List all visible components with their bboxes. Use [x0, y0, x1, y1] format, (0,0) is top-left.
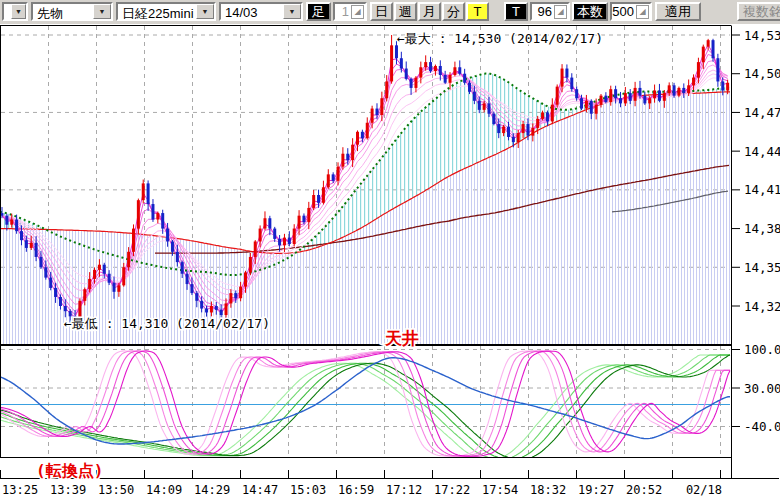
dropdown-arrow-icon[interactable]: ▼ [196, 4, 214, 19]
spinner-icon[interactable]: ◢ [351, 5, 364, 19]
svg-text:16:59: 16:59 [338, 483, 374, 497]
svg-text:←最低 : 14,310 (2014/02/17): ←最低 : 14,310 (2014/02/17) [64, 316, 270, 331]
svg-text:13:39: 13:39 [50, 483, 86, 497]
period-minute-button[interactable]: 分 [442, 2, 465, 21]
dropdown-arrow-icon[interactable]: ▼ [11, 4, 26, 19]
svg-text:14:29: 14:29 [194, 483, 230, 497]
symbol-combobox-value: 日経225mini [118, 4, 196, 19]
svg-text:14,500: 14,500 [744, 66, 780, 81]
preset-combobox-value [4, 4, 11, 19]
svg-text:18:32: 18:32 [530, 483, 566, 497]
svg-text:13:25: 13:25 [2, 483, 38, 497]
svg-text:←最大 : 14,530 (2014/02/17): ←最大 : 14,530 (2014/02/17) [397, 31, 603, 46]
svg-text:14,350: 14,350 [744, 260, 780, 275]
svg-text:14,440: 14,440 [744, 144, 780, 159]
bar-count-value: 500 [612, 4, 636, 19]
svg-text:17:22: 17:22 [434, 483, 470, 497]
period-day-button[interactable]: 日 [370, 2, 393, 21]
svg-text:14,470: 14,470 [744, 105, 780, 120]
svg-text:15:03: 15:03 [290, 483, 326, 497]
svg-text:(転換点): (転換点) [36, 461, 103, 480]
svg-text:20:52: 20:52 [626, 483, 662, 497]
svg-text:14:47: 14:47 [242, 483, 278, 497]
spinner-icon[interactable]: ◢ [554, 5, 567, 19]
contract-month-combobox[interactable]: 14/03 ▼ [219, 2, 303, 21]
tick-size-value: 96 [532, 4, 554, 19]
svg-text:17:54: 17:54 [482, 483, 518, 497]
main-pane [0, 35, 730, 345]
svg-text:14:09: 14:09 [146, 483, 182, 497]
svg-text:-40.00: -40.00 [744, 419, 780, 434]
contract-month-combobox-value: 14/03 [221, 4, 283, 19]
market-combobox[interactable]: 先物 ▼ [31, 2, 113, 21]
trading-chart-window: ▼ 先物 ▼ 日経225mini ▼ 14/03 ▼ 足 1 ◢ 日 週 月 分… [0, 0, 780, 500]
svg-text:13:50: 13:50 [98, 483, 134, 497]
svg-text:19:27: 19:27 [578, 483, 614, 497]
dropdown-arrow-icon[interactable]: ▼ [283, 4, 301, 19]
tick-size-label: T [504, 2, 528, 21]
svg-text:14,380: 14,380 [744, 221, 780, 236]
svg-text:17:12: 17:12 [386, 483, 422, 497]
tick-size-field[interactable]: 96 ◢ [530, 2, 570, 21]
oscillator-pane [0, 351, 730, 460]
bar-count-field[interactable]: 500 ◢ [610, 2, 652, 21]
interval-value: 1 [335, 4, 351, 19]
multi-symbol-button[interactable]: 複数銘柄 [737, 2, 780, 21]
svg-text:14,530: 14,530 [744, 28, 780, 43]
spinner-icon[interactable]: ◢ [636, 5, 649, 19]
toolbar: ▼ 先物 ▼ 日経225mini ▼ 14/03 ▼ 足 1 ◢ 日 週 月 分… [0, 0, 780, 25]
svg-text:14,320: 14,320 [744, 299, 780, 314]
market-combobox-value: 先物 [33, 4, 93, 19]
svg-text:30.00: 30.00 [744, 381, 780, 396]
preset-combobox[interactable]: ▼ [2, 2, 28, 21]
svg-text:100.00: 100.00 [744, 342, 780, 357]
svg-text:02/18: 02/18 [686, 483, 722, 497]
dropdown-arrow-icon[interactable]: ▼ [93, 4, 111, 19]
chart-plot-area[interactable]: 14,53014,50014,47014,44014,41014,38014,3… [0, 24, 780, 500]
apply-button[interactable]: 適用 [655, 2, 701, 21]
svg-text:天井: 天井 [384, 328, 419, 348]
period-tick-button[interactable]: T [466, 2, 489, 21]
bar-count-label: 本数 [572, 2, 608, 21]
chart-canvas[interactable]: 14,53014,50014,47014,44014,41014,38014,3… [0, 24, 780, 500]
symbol-combobox[interactable]: 日経225mini ▼ [116, 2, 216, 21]
period-week-button[interactable]: 週 [394, 2, 417, 21]
interval-field[interactable]: 1 ◢ [333, 2, 367, 21]
ashi-label: 足 [306, 2, 331, 21]
period-month-button[interactable]: 月 [418, 2, 441, 21]
svg-text:14,410: 14,410 [744, 182, 780, 197]
